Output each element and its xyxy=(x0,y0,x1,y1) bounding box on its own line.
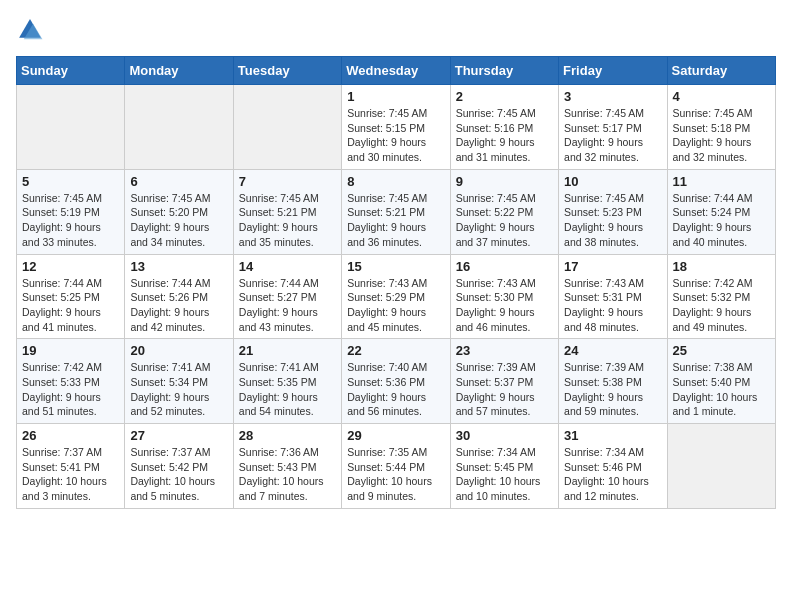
calendar-week-row: 26Sunrise: 7:37 AM Sunset: 5:41 PM Dayli… xyxy=(17,424,776,509)
day-info: Sunrise: 7:45 AM Sunset: 5:18 PM Dayligh… xyxy=(673,106,770,165)
day-number: 2 xyxy=(456,89,553,104)
day-number: 25 xyxy=(673,343,770,358)
calendar-cell: 15Sunrise: 7:43 AM Sunset: 5:29 PM Dayli… xyxy=(342,254,450,339)
day-info: Sunrise: 7:45 AM Sunset: 5:15 PM Dayligh… xyxy=(347,106,444,165)
column-header-wednesday: Wednesday xyxy=(342,57,450,85)
day-number: 27 xyxy=(130,428,227,443)
day-number: 13 xyxy=(130,259,227,274)
day-number: 19 xyxy=(22,343,119,358)
day-number: 9 xyxy=(456,174,553,189)
day-number: 6 xyxy=(130,174,227,189)
day-number: 4 xyxy=(673,89,770,104)
calendar-cell: 6Sunrise: 7:45 AM Sunset: 5:20 PM Daylig… xyxy=(125,169,233,254)
calendar-cell: 19Sunrise: 7:42 AM Sunset: 5:33 PM Dayli… xyxy=(17,339,125,424)
day-number: 3 xyxy=(564,89,661,104)
calendar-week-row: 1Sunrise: 7:45 AM Sunset: 5:15 PM Daylig… xyxy=(17,85,776,170)
day-number: 15 xyxy=(347,259,444,274)
day-number: 10 xyxy=(564,174,661,189)
day-number: 20 xyxy=(130,343,227,358)
calendar-cell: 9Sunrise: 7:45 AM Sunset: 5:22 PM Daylig… xyxy=(450,169,558,254)
calendar-cell: 1Sunrise: 7:45 AM Sunset: 5:15 PM Daylig… xyxy=(342,85,450,170)
day-info: Sunrise: 7:34 AM Sunset: 5:46 PM Dayligh… xyxy=(564,445,661,504)
day-number: 23 xyxy=(456,343,553,358)
day-info: Sunrise: 7:45 AM Sunset: 5:22 PM Dayligh… xyxy=(456,191,553,250)
day-info: Sunrise: 7:43 AM Sunset: 5:30 PM Dayligh… xyxy=(456,276,553,335)
calendar-cell: 11Sunrise: 7:44 AM Sunset: 5:24 PM Dayli… xyxy=(667,169,775,254)
day-info: Sunrise: 7:36 AM Sunset: 5:43 PM Dayligh… xyxy=(239,445,336,504)
calendar-cell xyxy=(125,85,233,170)
calendar-cell: 29Sunrise: 7:35 AM Sunset: 5:44 PM Dayli… xyxy=(342,424,450,509)
logo-icon xyxy=(16,16,44,44)
calendar-cell: 5Sunrise: 7:45 AM Sunset: 5:19 PM Daylig… xyxy=(17,169,125,254)
day-info: Sunrise: 7:45 AM Sunset: 5:19 PM Dayligh… xyxy=(22,191,119,250)
calendar-cell: 27Sunrise: 7:37 AM Sunset: 5:42 PM Dayli… xyxy=(125,424,233,509)
calendar-cell: 23Sunrise: 7:39 AM Sunset: 5:37 PM Dayli… xyxy=(450,339,558,424)
day-info: Sunrise: 7:35 AM Sunset: 5:44 PM Dayligh… xyxy=(347,445,444,504)
day-number: 1 xyxy=(347,89,444,104)
day-info: Sunrise: 7:44 AM Sunset: 5:27 PM Dayligh… xyxy=(239,276,336,335)
calendar-table: SundayMondayTuesdayWednesdayThursdayFrid… xyxy=(16,56,776,509)
calendar-cell xyxy=(233,85,341,170)
column-header-saturday: Saturday xyxy=(667,57,775,85)
day-info: Sunrise: 7:39 AM Sunset: 5:37 PM Dayligh… xyxy=(456,360,553,419)
day-info: Sunrise: 7:44 AM Sunset: 5:26 PM Dayligh… xyxy=(130,276,227,335)
day-number: 18 xyxy=(673,259,770,274)
calendar-cell: 22Sunrise: 7:40 AM Sunset: 5:36 PM Dayli… xyxy=(342,339,450,424)
day-number: 22 xyxy=(347,343,444,358)
calendar-week-row: 19Sunrise: 7:42 AM Sunset: 5:33 PM Dayli… xyxy=(17,339,776,424)
calendar-cell: 17Sunrise: 7:43 AM Sunset: 5:31 PM Dayli… xyxy=(559,254,667,339)
day-info: Sunrise: 7:42 AM Sunset: 5:33 PM Dayligh… xyxy=(22,360,119,419)
calendar-cell: 2Sunrise: 7:45 AM Sunset: 5:16 PM Daylig… xyxy=(450,85,558,170)
day-info: Sunrise: 7:43 AM Sunset: 5:31 PM Dayligh… xyxy=(564,276,661,335)
day-info: Sunrise: 7:38 AM Sunset: 5:40 PM Dayligh… xyxy=(673,360,770,419)
day-info: Sunrise: 7:44 AM Sunset: 5:25 PM Dayligh… xyxy=(22,276,119,335)
day-number: 8 xyxy=(347,174,444,189)
day-info: Sunrise: 7:45 AM Sunset: 5:21 PM Dayligh… xyxy=(239,191,336,250)
day-info: Sunrise: 7:40 AM Sunset: 5:36 PM Dayligh… xyxy=(347,360,444,419)
day-info: Sunrise: 7:45 AM Sunset: 5:17 PM Dayligh… xyxy=(564,106,661,165)
calendar-cell: 28Sunrise: 7:36 AM Sunset: 5:43 PM Dayli… xyxy=(233,424,341,509)
calendar-cell: 25Sunrise: 7:38 AM Sunset: 5:40 PM Dayli… xyxy=(667,339,775,424)
page-header xyxy=(16,16,776,44)
day-info: Sunrise: 7:45 AM Sunset: 5:20 PM Dayligh… xyxy=(130,191,227,250)
day-info: Sunrise: 7:45 AM Sunset: 5:16 PM Dayligh… xyxy=(456,106,553,165)
day-info: Sunrise: 7:39 AM Sunset: 5:38 PM Dayligh… xyxy=(564,360,661,419)
day-number: 31 xyxy=(564,428,661,443)
day-number: 16 xyxy=(456,259,553,274)
day-number: 5 xyxy=(22,174,119,189)
day-number: 11 xyxy=(673,174,770,189)
calendar-cell: 30Sunrise: 7:34 AM Sunset: 5:45 PM Dayli… xyxy=(450,424,558,509)
calendar-cell xyxy=(17,85,125,170)
day-number: 14 xyxy=(239,259,336,274)
calendar-cell: 16Sunrise: 7:43 AM Sunset: 5:30 PM Dayli… xyxy=(450,254,558,339)
column-header-sunday: Sunday xyxy=(17,57,125,85)
calendar-cell: 8Sunrise: 7:45 AM Sunset: 5:21 PM Daylig… xyxy=(342,169,450,254)
day-info: Sunrise: 7:41 AM Sunset: 5:34 PM Dayligh… xyxy=(130,360,227,419)
calendar-cell: 18Sunrise: 7:42 AM Sunset: 5:32 PM Dayli… xyxy=(667,254,775,339)
calendar-cell: 4Sunrise: 7:45 AM Sunset: 5:18 PM Daylig… xyxy=(667,85,775,170)
calendar-cell: 20Sunrise: 7:41 AM Sunset: 5:34 PM Dayli… xyxy=(125,339,233,424)
day-number: 7 xyxy=(239,174,336,189)
day-number: 12 xyxy=(22,259,119,274)
day-info: Sunrise: 7:41 AM Sunset: 5:35 PM Dayligh… xyxy=(239,360,336,419)
calendar-cell: 12Sunrise: 7:44 AM Sunset: 5:25 PM Dayli… xyxy=(17,254,125,339)
day-info: Sunrise: 7:44 AM Sunset: 5:24 PM Dayligh… xyxy=(673,191,770,250)
day-info: Sunrise: 7:43 AM Sunset: 5:29 PM Dayligh… xyxy=(347,276,444,335)
calendar-week-row: 12Sunrise: 7:44 AM Sunset: 5:25 PM Dayli… xyxy=(17,254,776,339)
day-number: 17 xyxy=(564,259,661,274)
column-header-thursday: Thursday xyxy=(450,57,558,85)
calendar-cell: 24Sunrise: 7:39 AM Sunset: 5:38 PM Dayli… xyxy=(559,339,667,424)
day-number: 30 xyxy=(456,428,553,443)
logo xyxy=(16,16,48,44)
day-info: Sunrise: 7:45 AM Sunset: 5:23 PM Dayligh… xyxy=(564,191,661,250)
calendar-header-row: SundayMondayTuesdayWednesdayThursdayFrid… xyxy=(17,57,776,85)
day-number: 29 xyxy=(347,428,444,443)
day-number: 21 xyxy=(239,343,336,358)
column-header-tuesday: Tuesday xyxy=(233,57,341,85)
calendar-cell: 21Sunrise: 7:41 AM Sunset: 5:35 PM Dayli… xyxy=(233,339,341,424)
column-header-monday: Monday xyxy=(125,57,233,85)
day-info: Sunrise: 7:42 AM Sunset: 5:32 PM Dayligh… xyxy=(673,276,770,335)
calendar-cell: 13Sunrise: 7:44 AM Sunset: 5:26 PM Dayli… xyxy=(125,254,233,339)
day-number: 28 xyxy=(239,428,336,443)
calendar-cell xyxy=(667,424,775,509)
